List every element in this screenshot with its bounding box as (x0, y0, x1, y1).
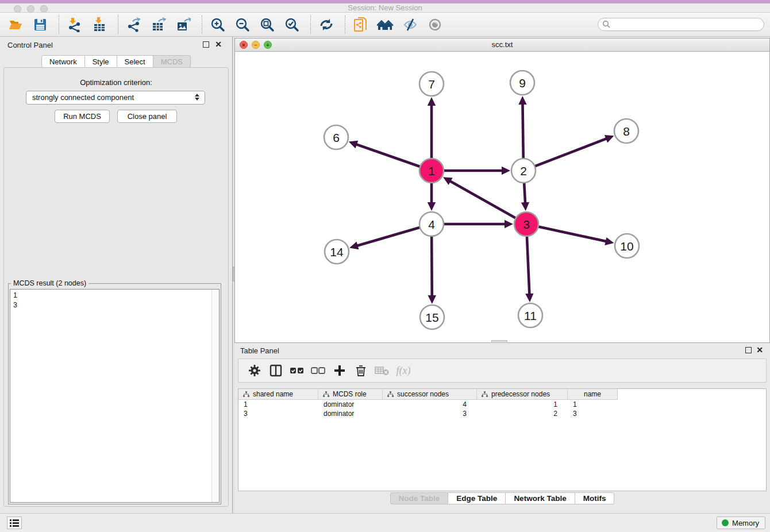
network-minimize-icon[interactable]: − (252, 41, 260, 49)
cell-mcds-role[interactable]: dominator (318, 409, 383, 418)
mcds-result-textarea[interactable]: 1 3 (10, 289, 220, 503)
graph-node-label: 10 (620, 240, 633, 253)
graph-node-label: 8 (623, 125, 630, 138)
graph-node-label: 3 (523, 218, 530, 231)
function-builder-icon[interactable]: f(x) (395, 363, 411, 379)
cell-mcds-role[interactable]: dominator (318, 400, 383, 409)
graph-edge-3-10[interactable] (537, 226, 607, 241)
zoom-in-icon[interactable] (209, 16, 226, 33)
graph-edge-1-6[interactable] (356, 144, 421, 167)
node-table: shared name MCDS role successor nodes pr… (238, 388, 767, 491)
tab-style[interactable]: Style (85, 55, 117, 68)
memory-button[interactable]: Memory (717, 516, 765, 529)
open-session-icon[interactable] (7, 16, 24, 33)
tab-select[interactable]: Select (117, 55, 153, 68)
graph-edge-arrowhead (349, 241, 359, 249)
graph-edge-2-8[interactable] (534, 138, 607, 167)
tab-edge-table[interactable]: Edge Table (448, 492, 506, 504)
application-window: Session: New Session (0, 0, 770, 532)
deselect-all-icon[interactable] (310, 363, 326, 379)
network-window-titlebar[interactable]: scc.txt × − + (235, 38, 769, 52)
eye-icon[interactable] (426, 16, 444, 33)
network-window: scc.txt × − + 7968124314101511 (234, 38, 770, 343)
graph-edge-3-11[interactable] (527, 235, 530, 295)
column-header-successor-nodes[interactable]: successor nodes (383, 389, 477, 400)
cell-successor-nodes[interactable]: 4 (383, 400, 477, 409)
cell-shared-name[interactable]: 1 (238, 400, 318, 409)
table-row[interactable]: 1 dominator 4 1 1 (238, 400, 766, 409)
column-header-predecessor-nodes[interactable]: predecessor nodes (477, 389, 568, 400)
float-table-panel-icon[interactable] (745, 347, 752, 353)
tab-network[interactable]: Network (41, 55, 85, 68)
tab-motifs[interactable]: Motifs (575, 492, 615, 504)
criterion-dropdown[interactable]: strongly connected component (26, 91, 205, 105)
refresh-network-icon[interactable] (318, 16, 335, 33)
search-input[interactable] (598, 18, 764, 31)
tab-mcds[interactable]: MCDS (153, 55, 191, 68)
network-file-icon[interactable] (352, 16, 369, 33)
graph-edge-2-9[interactable] (522, 103, 523, 160)
task-history-button[interactable] (7, 516, 22, 529)
search-container (598, 18, 764, 31)
tab-network-table[interactable]: Network Table (506, 492, 575, 504)
select-all-icon[interactable] (289, 363, 305, 379)
column-header-name[interactable]: name (568, 389, 618, 400)
cell-name[interactable]: 1 (568, 400, 618, 409)
table-row[interactable]: 3 dominator 3 2 3 (238, 409, 766, 418)
mcds-result-groupbox: MCDS result (2 nodes) 1 3 (8, 283, 221, 504)
network-close-icon[interactable]: × (240, 41, 248, 49)
float-panel-icon[interactable] (203, 41, 209, 48)
cell-successor-nodes[interactable]: 3 (383, 409, 477, 418)
graph-node-label: 2 (520, 164, 527, 178)
hide-eye-icon[interactable] (402, 16, 419, 33)
cell-shared-name[interactable]: 3 (238, 409, 318, 418)
add-column-icon[interactable] (332, 363, 348, 379)
graph-edge-4-15[interactable] (432, 235, 432, 296)
close-panel-button[interactable]: Close panel (117, 110, 177, 123)
status-bar: Memory (0, 513, 770, 532)
toolbar-separator (310, 16, 311, 34)
cell-name[interactable]: 3 (568, 409, 618, 418)
zoom-fit-icon[interactable] (259, 16, 276, 33)
import-table-icon[interactable] (91, 16, 108, 33)
column-header-mcds-role[interactable]: MCDS role (318, 389, 383, 400)
graph-node-label: 9 (519, 76, 526, 90)
graph-edge-4-14[interactable] (357, 227, 421, 246)
graph-edge-3-1[interactable] (449, 181, 517, 219)
import-network-icon[interactable] (66, 16, 83, 33)
graph-edge-arrowhead (428, 295, 436, 304)
graph-edge-arrowhead (502, 167, 510, 175)
table-panel-title: Table Panel (240, 346, 279, 355)
graph-edge-2-3[interactable] (524, 182, 525, 203)
network-window-controls: × − + (240, 41, 272, 49)
save-session-icon[interactable] (32, 16, 49, 33)
network-maximize-icon[interactable]: + (264, 41, 272, 49)
result-scrollbar[interactable] (211, 290, 219, 502)
close-panel-icon[interactable]: ✕ (215, 40, 222, 49)
zoom-out-icon[interactable] (234, 16, 251, 33)
zoom-selected-icon[interactable] (283, 16, 301, 33)
column-selector-icon[interactable] (268, 363, 284, 379)
window-title: Session: New Session (0, 3, 770, 13)
network-graph: 7968124314101511 (235, 52, 769, 342)
run-mcds-button[interactable]: Run MCDS (55, 110, 110, 123)
delete-table-icon[interactable] (374, 363, 390, 379)
column-header-shared-name[interactable]: shared name (238, 389, 318, 400)
export-image-icon[interactable] (175, 16, 192, 33)
graph-node-label: 7 (428, 78, 435, 91)
graph-node-label: 4 (428, 218, 435, 231)
close-table-panel-icon[interactable]: ✕ (756, 345, 763, 354)
delete-column-icon[interactable] (353, 363, 369, 379)
tab-node-table[interactable]: Node Table (390, 492, 449, 504)
export-network-icon[interactable] (125, 16, 143, 33)
toolbar-separator (345, 16, 345, 34)
cell-predecessor-nodes[interactable]: 2 (477, 409, 568, 418)
export-table-icon[interactable] (150, 16, 167, 33)
hierarchy-icon (243, 391, 249, 398)
network-canvas[interactable]: 7968124314101511 (235, 52, 769, 342)
graph-edge-arrowhead (525, 294, 533, 302)
home-icon[interactable] (377, 16, 394, 33)
cell-predecessor-nodes[interactable]: 1 (477, 400, 568, 409)
graph-node-label: 14 (330, 245, 344, 259)
settings-gear-icon[interactable] (247, 363, 263, 379)
